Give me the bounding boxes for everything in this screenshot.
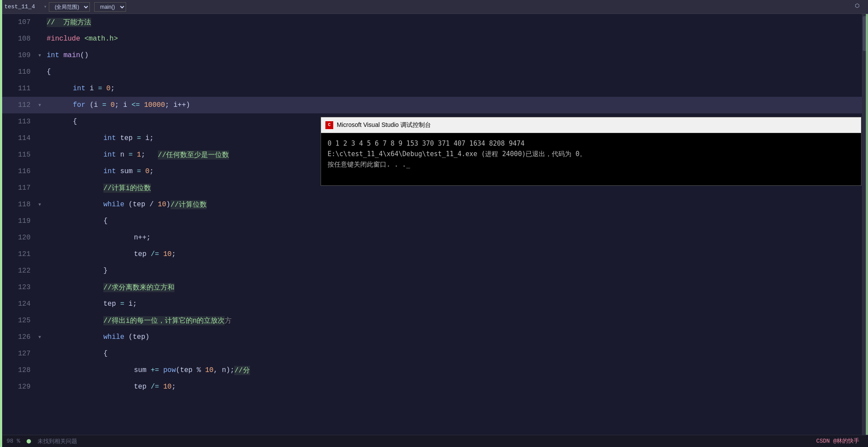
ctrl-108 — [35, 31, 44, 47]
code-line-124: 124 tep = i; — [2, 296, 868, 312]
code-line-118: 118 ▼ while (tep / 10)//计算位数 — [2, 196, 868, 213]
code-line-120: 120 n++; — [2, 229, 868, 246]
code-line-128: 128 sum += pow(tep % 10, n);//分 — [2, 362, 868, 379]
ctrl-116 — [35, 163, 44, 180]
console-output: 0 1 2 3 4 5 6 7 8 9 153 370 371 407 1634… — [328, 138, 854, 170]
editor-container: test_11_4 ▾ (全局范围) main() ⬡ 107 // 万能方法 … — [0, 0, 868, 447]
ctrl-107 — [35, 14, 44, 31]
code-line-126: 126 ▼ while (tep) — [2, 329, 868, 345]
line-num-111: 111 — [2, 80, 35, 97]
line-num-112: 112 — [2, 97, 35, 113]
code-line-119: 119 { — [2, 213, 868, 229]
line-num-121: 121 — [2, 246, 35, 263]
code-cell-108: #include <math.h> — [44, 31, 868, 47]
code-line-112: 112 ▼ for (i = 0; i <= 10000; i++) — [2, 97, 868, 113]
scrollbar-right[interactable] — [862, 14, 868, 435]
ctrl-113 — [35, 113, 44, 130]
ctrl-120 — [35, 229, 44, 246]
line-num-110: 110 — [2, 64, 35, 80]
code-cell-126: while (tep) — [44, 329, 868, 345]
line-num-109: 109 — [2, 47, 35, 64]
ctrl-111 — [35, 80, 44, 97]
line-num-124: 124 — [2, 296, 35, 312]
top-bar: test_11_4 ▾ (全局范围) main() ⬡ — [0, 0, 868, 14]
ctrl-121 — [35, 246, 44, 263]
code-cell-119: { — [44, 213, 868, 229]
code-line-121: 121 tep /= 10; — [2, 246, 868, 263]
code-line-110: 110 { — [2, 64, 868, 80]
ctrl-110 — [35, 64, 44, 80]
ctrl-126: ▼ — [35, 329, 44, 345]
console-title: Microsoft Visual Studio 调试控制台 — [337, 121, 431, 129]
scope-dropdown[interactable]: (全局范围) — [49, 2, 90, 12]
ctrl-127 — [35, 345, 44, 362]
line-num-129: 129 — [2, 379, 35, 395]
code-line-125: 125 //得出i的每一位，计算它的n的立放次方 — [2, 312, 868, 329]
function-dropdown[interactable]: main() — [94, 2, 126, 12]
line-num-117: 117 — [2, 180, 35, 196]
line-num-107: 107 — [2, 14, 35, 31]
code-line-111: 111 int i = 0; — [2, 80, 868, 97]
ctrl-114 — [35, 130, 44, 147]
ctrl-119 — [35, 213, 44, 229]
code-cell-110: { — [44, 64, 868, 80]
zoom-level: 98 % — [7, 438, 20, 444]
ctrl-124 — [35, 296, 44, 312]
code-line-109: 109 ▼ int main() — [2, 47, 868, 64]
ctrl-128 — [35, 362, 44, 379]
line-num-128: 128 — [2, 362, 35, 379]
code-line-123: 123 //求分离数来的立方和 — [2, 279, 868, 296]
filename-label: test_11_4 — [4, 3, 35, 10]
ctrl-115 — [35, 147, 44, 163]
line-num-108: 108 — [2, 31, 35, 47]
ctrl-123 — [35, 279, 44, 296]
code-cell-123: //求分离数来的立方和 — [44, 279, 868, 296]
code-line-107: 107 // 万能方法 — [2, 14, 868, 31]
bottom-bar: 98 % 未找到相关问题 CSDN @林的快手 — [0, 435, 868, 447]
code-line-129: 129 tep /= 10; — [2, 379, 868, 395]
line-num-120: 120 — [2, 229, 35, 246]
line-num-116: 116 — [2, 163, 35, 180]
ctrl-129 — [35, 379, 44, 395]
line-num-127: 127 — [2, 345, 35, 362]
ctrl-122 — [35, 263, 44, 279]
console-window: C Microsoft Visual Studio 调试控制台 0 1 2 3 … — [321, 117, 861, 186]
code-cell-109: int main() — [44, 47, 868, 64]
bottom-status: 98 % 未找到相关问题 — [7, 437, 77, 445]
line-num-119: 119 — [2, 213, 35, 229]
code-cell-121: tep /= 10; — [44, 246, 868, 263]
console-body: 0 1 2 3 4 5 6 7 8 9 153 370 371 407 1634… — [321, 133, 861, 185]
code-cell-124: tep = i; — [44, 296, 868, 312]
ctrl-112: ▼ — [35, 97, 44, 113]
code-area: 107 // 万能方法 108 #include <math.h> 109 ▼ — [0, 14, 868, 435]
code-line-127: 127 { — [2, 345, 868, 362]
csdn-branding: CSDN @林的快手 — [816, 437, 859, 445]
collapse-icon: ⬡ — [855, 3, 859, 9]
code-cell-107: // 万能方法 — [44, 14, 868, 31]
console-output-line2: E:\c\test_11_4\x64\Debug\test_11_4.exe (… — [328, 149, 854, 159]
line-num-114: 114 — [2, 130, 35, 147]
code-cell-128: sum += pow(tep % 10, n);//分 — [44, 362, 868, 379]
line-num-123: 123 — [2, 279, 35, 296]
line-num-113: 113 — [2, 113, 35, 130]
console-titlebar: C Microsoft Visual Studio 调试控制台 — [321, 117, 861, 133]
line-num-126: 126 — [2, 329, 35, 345]
code-line-122: 122 } — [2, 263, 868, 279]
line-num-122: 122 — [2, 263, 35, 279]
console-app-icon: C — [325, 121, 333, 129]
console-output-line1: 0 1 2 3 4 5 6 7 8 9 153 370 371 407 1634… — [328, 138, 854, 149]
status-text: 未找到相关问题 — [38, 437, 77, 445]
code-cell-111: int i = 0; — [44, 80, 868, 97]
ctrl-117 — [35, 180, 44, 196]
line-num-125: 125 — [2, 312, 35, 329]
line-num-115: 115 — [2, 147, 35, 163]
minimap-accent — [866, 14, 868, 435]
line-num-118: 118 — [2, 196, 35, 213]
ctrl-109: ▼ — [35, 47, 44, 64]
console-output-line3: 按任意键关闭此窗口. . ._ — [328, 159, 854, 170]
code-cell-118: while (tep / 10)//计算位数 — [44, 196, 868, 213]
code-cell-127: { — [44, 345, 868, 362]
code-line-108: 108 #include <math.h> — [2, 31, 868, 47]
code-cell-112: for (i = 0; i <= 10000; i++) — [44, 97, 868, 113]
code-cell-122: } — [44, 263, 868, 279]
